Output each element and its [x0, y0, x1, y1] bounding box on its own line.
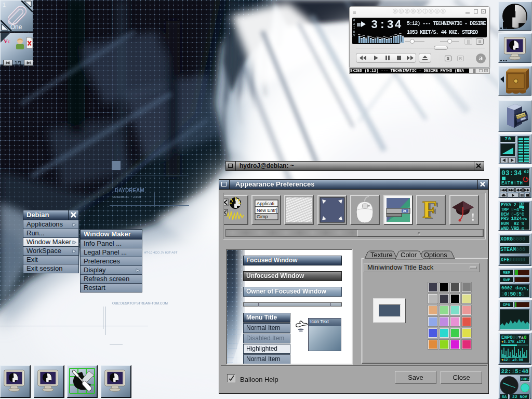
svg-text:OBE:DESKTOPSTREAM-TOM.COM: OBE:DESKTOPSTREAM-TOM.COM [112, 301, 168, 305]
svg-text:!: ! [471, 211, 475, 223]
svg-text:Gimp: Gimp [257, 214, 268, 219]
svg-text:Texture: Texture [370, 251, 393, 259]
svg-text:New Entr|: New Entr| [257, 208, 277, 213]
svg-text:1: 1 [3, 2, 6, 8]
svg-text:F: F [422, 196, 437, 223]
svg-text:2002/05/21 2.000: 2002/05/21 2.000 [113, 195, 141, 198]
svg-text:Color: Color [401, 251, 417, 259]
svg-text:HT-10 4CO JV IKIT-A9T: HT-10 4CO JV IKIT-A9T [144, 251, 178, 254]
svg-text:Applicati: Applicati [257, 201, 274, 206]
svg-text:.DAYDREAM: .DAYDREAM [113, 188, 144, 193]
svg-text:One: One [10, 23, 22, 31]
svg-text:Options: Options [424, 251, 447, 259]
